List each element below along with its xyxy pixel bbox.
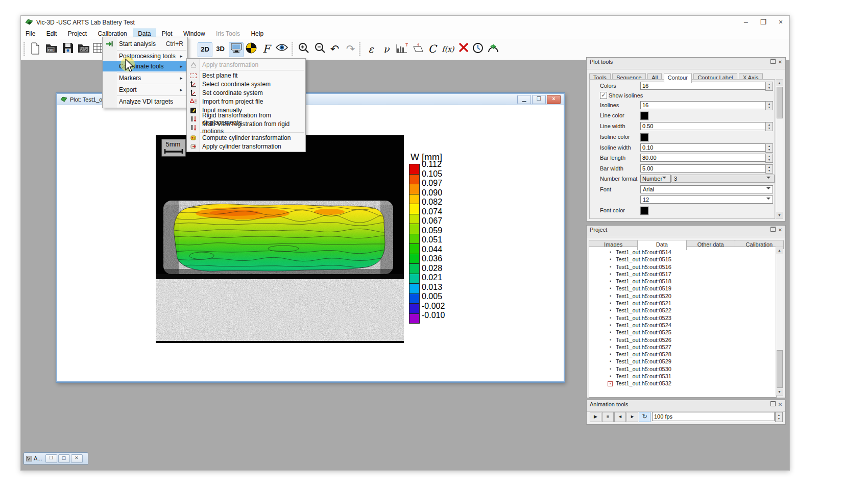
zoom-out-button[interactable] xyxy=(313,42,327,56)
stop-button[interactable]: ■ xyxy=(602,412,614,422)
close-button[interactable]: × xyxy=(772,16,789,29)
list-item[interactable]: •Test1_out.h5:out:0514 xyxy=(589,249,776,256)
submenu-item-multiview-registration[interactable]: Multi-View registration from rigid motio… xyxy=(187,123,305,132)
isoline-color-swatch[interactable] xyxy=(640,133,648,141)
title-bar[interactable]: Vic-3D -USC ARTS Lab Battery Test – ❐ × xyxy=(21,16,789,30)
play-button[interactable]: ▶ xyxy=(590,412,601,422)
project-scrollbar[interactable]: ▲ ▼ xyxy=(776,247,783,396)
list-item[interactable]: •Test1_out.h5:out:0515 xyxy=(589,256,776,263)
redo-button[interactable]: ↷ xyxy=(344,42,357,56)
list-item[interactable]: •Test1_out.h5:out:0517 xyxy=(589,271,776,278)
font-size-select[interactable]: 12 xyxy=(640,195,773,204)
isoline-width-spinner[interactable]: ▲▼ xyxy=(765,143,773,153)
close-button[interactable]: ✕ xyxy=(71,454,83,463)
bar-width-spinner[interactable]: ▲▼ xyxy=(765,164,773,174)
plot-close-button[interactable]: × xyxy=(547,95,561,104)
open-project-button[interactable]: Z3D xyxy=(44,42,58,56)
float-panel-icon[interactable] xyxy=(769,227,777,233)
list-item[interactable]: •Test1_out.h5:out:0524 xyxy=(589,322,776,329)
contour-plot-image[interactable] xyxy=(156,135,404,343)
list-item[interactable]: •Test1_out.h5:out:0516 xyxy=(589,264,776,271)
bar-width-input[interactable] xyxy=(640,164,766,173)
isolines-input[interactable] xyxy=(640,101,766,109)
list-item[interactable]: •Test1_out.h5:out:0528 xyxy=(589,351,776,358)
close-panel-icon[interactable]: ✕ xyxy=(777,227,784,233)
list-item-current[interactable]: Test1_out.h5:out:0532 xyxy=(589,380,776,387)
submenu-item-compute-cylinder-transformation[interactable]: Compute cylinder transformation xyxy=(187,133,305,142)
line-width-spinner[interactable]: ▲▼ xyxy=(765,122,773,131)
list-item[interactable]: •Test1_out.h5:out:0520 xyxy=(589,293,776,300)
list-item[interactable]: •Test1_out.h5:out:0525 xyxy=(589,329,776,336)
menu-file[interactable]: File xyxy=(21,29,40,39)
close-panel-icon[interactable]: ✕ xyxy=(777,59,784,65)
list-item[interactable]: •Test1_out.h5:out:0519 xyxy=(589,285,776,292)
menu-edit[interactable]: Edit xyxy=(42,29,62,39)
menu-item-start-analysis[interactable]: Start analysis Ctrl+R xyxy=(103,38,187,50)
colors-spinner[interactable]: ▲▼ xyxy=(765,82,773,91)
fullscreen-button[interactable] xyxy=(229,42,244,57)
animation-tools-header[interactable]: Animation tools ✕ xyxy=(587,400,785,412)
float-panel-icon[interactable] xyxy=(769,59,777,65)
gauge-button[interactable] xyxy=(486,42,500,56)
bar-length-spinner[interactable]: ▲▼ xyxy=(765,154,773,163)
line-color-swatch[interactable] xyxy=(640,112,648,120)
inspector-eye-button[interactable] xyxy=(275,42,288,56)
list-item[interactable]: •Test1_out.h5:out:0530 xyxy=(589,366,776,373)
submenu-item-select-coordinate-system[interactable]: Select coordinate system xyxy=(187,80,305,88)
project-header[interactable]: Project ✕ xyxy=(587,226,785,237)
scroll-up-icon[interactable]: ▲ xyxy=(776,247,783,254)
plane-fit-button[interactable] xyxy=(410,42,424,56)
step-back-button[interactable]: ◄ xyxy=(614,412,626,422)
isoline-width-input[interactable] xyxy=(640,143,766,152)
menu-item-postprocessing-tools[interactable]: Postprocessing tools ► xyxy=(103,51,187,61)
scrollbar-thumb[interactable] xyxy=(777,350,783,388)
plot-tools-header[interactable]: Plot tools ✕ xyxy=(587,58,785,69)
zoom-in-button[interactable] xyxy=(297,42,310,56)
calibration-target-button[interactable] xyxy=(244,42,258,56)
plot-minimize-button[interactable]: ▁ xyxy=(517,95,531,104)
plot-tools-scrollbar[interactable]: ▲ ▼ xyxy=(776,79,783,219)
minimized-window[interactable]: A... ❐ ▢ ✕ xyxy=(23,452,88,464)
scroll-up-icon[interactable]: ▲ xyxy=(776,80,783,86)
step-forward-button[interactable]: ► xyxy=(626,412,638,422)
menu-help[interactable]: Help xyxy=(246,29,268,39)
poisson-nu-button[interactable]: ν xyxy=(379,42,393,56)
colors-input[interactable] xyxy=(640,82,766,90)
font-family-select[interactable]: Arial xyxy=(640,185,773,193)
save-button[interactable] xyxy=(61,42,75,56)
close-panel-icon[interactable]: ✕ xyxy=(777,402,784,407)
view-2d-button[interactable]: 2D xyxy=(198,42,212,57)
menu-item-markers[interactable]: Markers ► xyxy=(103,73,187,83)
clock-button[interactable] xyxy=(471,42,485,56)
list-item[interactable]: •Test1_out.h5:out:0527 xyxy=(589,344,776,351)
menu-item-coordinate-tools[interactable]: Coordinate tools ► xyxy=(103,61,187,71)
submenu-item-set-coordinate-system[interactable]: Set coordinate system xyxy=(187,88,305,97)
restore-button[interactable]: ❐ xyxy=(45,454,57,463)
minimize-button[interactable]: – xyxy=(737,16,755,29)
menu-item-export[interactable]: Export ► xyxy=(103,85,187,95)
menu-item-analyze-vdi-targets[interactable]: Analyze VDI targets xyxy=(103,96,187,107)
maximize-button[interactable]: ▢ xyxy=(58,454,70,463)
menu-iris-tools[interactable]: Iris Tools xyxy=(211,29,245,39)
list-item[interactable]: •Test1_out.h5:out:0522 xyxy=(589,307,776,314)
plot-maximize-button[interactable]: ❐ xyxy=(532,95,546,104)
function-editor-button[interactable]: F xyxy=(259,42,273,56)
scrollbar-thumb[interactable] xyxy=(777,87,783,118)
submenu-item-best-plane-fit[interactable]: Best plane fit xyxy=(187,71,305,80)
undo-button[interactable]: ↶ xyxy=(328,42,342,56)
show-isolines-checkbox[interactable]: ✓ xyxy=(600,92,607,99)
chart-variables-button[interactable]: T xyxy=(395,42,408,56)
fx-button[interactable]: f(x) xyxy=(440,42,456,56)
list-item[interactable]: •Test1_out.h5:out:0521 xyxy=(589,300,776,307)
list-item[interactable]: •Test1_out.h5:out:0526 xyxy=(589,337,776,344)
line-width-input[interactable] xyxy=(640,122,766,130)
isolines-spinner[interactable]: ▲▼ xyxy=(765,101,773,110)
tab-contour[interactable]: Contour xyxy=(664,73,692,83)
number-digits-select[interactable]: 3 xyxy=(671,175,775,183)
list-item[interactable]: •Test1_out.h5:out:0529 xyxy=(589,358,776,365)
tab-data[interactable]: Data xyxy=(637,240,686,250)
delete-button[interactable] xyxy=(456,42,470,56)
list-item[interactable]: •Test1_out.h5:out:0518 xyxy=(589,278,776,285)
menu-project[interactable]: Project xyxy=(63,29,91,39)
loop-button[interactable]: ↻ xyxy=(639,412,650,422)
